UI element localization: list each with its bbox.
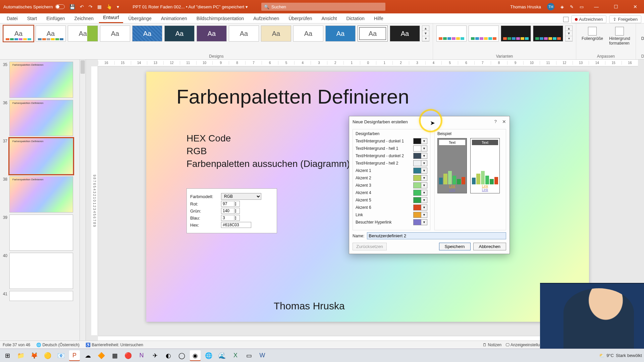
tab-entwurf[interactable]: Entwurf — [99, 13, 123, 23]
swatch-accent3[interactable]: ▼ — [413, 182, 427, 188]
redo-icon[interactable]: ↷ — [89, 4, 93, 9]
word-icon[interactable]: W — [257, 350, 268, 361]
telegram-icon[interactable]: ✈ — [150, 350, 160, 361]
reset-button[interactable]: Zurücksetzen — [353, 243, 387, 250]
app-icon-3[interactable]: 🔴 — [123, 350, 133, 361]
powerpoint-icon[interactable]: P — [69, 350, 80, 361]
tab-hilfe[interactable]: Hilfe — [370, 14, 387, 23]
design-theme-13[interactable]: Aa — [390, 25, 420, 42]
theme-name-input[interactable] — [367, 232, 506, 239]
app-icon-7[interactable]: ▭ — [244, 350, 254, 361]
app-icon-5[interactable]: ◯ — [176, 350, 187, 361]
window-layout-icon[interactable]: ▭ — [580, 4, 584, 9]
document-title[interactable]: PPT 01 Roter Faden 002... • Auf "diesem … — [132, 4, 248, 9]
slide-thumb-36[interactable]: Farbenpaletten Definieren — [9, 100, 73, 136]
pen-icon[interactable]: ✎ — [570, 4, 574, 9]
design-theme-10[interactable]: Aa — [293, 25, 323, 42]
swatch-visited-link[interactable]: ▼ — [413, 219, 427, 225]
save-button[interactable]: Speichern — [439, 243, 471, 250]
tab-uebergaenge[interactable]: Übergänge — [124, 14, 156, 23]
coming-soon-icon[interactable]: ◈ — [560, 4, 564, 9]
designs-gallery-more[interactable]: ▲▼▾ — [422, 25, 429, 42]
cancel-button[interactable]: Abbrechen — [473, 243, 506, 250]
swatch-text-light2[interactable]: ▼ — [413, 160, 427, 166]
rot-input[interactable] — [221, 201, 234, 206]
thumbnails-scrollbar[interactable] — [79, 60, 86, 352]
color-model-select[interactable]: RGB — [221, 193, 261, 200]
swatch-accent2[interactable]: ▼ — [413, 175, 427, 181]
language-indicator[interactable]: 🌐 Deutsch (Österreich) — [36, 343, 79, 347]
design-theme-1[interactable]: Aa — [3, 25, 34, 42]
tab-start[interactable]: Start — [23, 14, 41, 23]
undo-icon[interactable]: ↶ — [80, 4, 84, 9]
design-theme-6[interactable]: Aa — [164, 25, 195, 42]
variants-gallery-more[interactable]: ▲▼▾ — [565, 25, 573, 42]
design-theme-12[interactable]: Aa — [358, 25, 388, 42]
swatch-text-dark2[interactable]: ▼ — [413, 153, 427, 159]
format-background-button[interactable]: Hintergrund formatieren — [607, 25, 632, 47]
slide-thumb-39[interactable] — [9, 215, 73, 251]
outlook-icon[interactable]: 📧 — [56, 350, 66, 361]
variant-1[interactable] — [436, 25, 467, 42]
slide-size-button[interactable]: Foliengröße — [580, 25, 605, 42]
tab-einfuegen[interactable]: Einfügen — [42, 14, 69, 23]
slide-thumb-37[interactable]: Farbenpaletten Definieren — [9, 138, 73, 174]
swatch-accent6[interactable]: ▼ — [413, 204, 427, 210]
tab-bildschirmpraesentation[interactable]: Bildschirmpräsentation — [193, 14, 248, 23]
slide-body-text[interactable]: HEX Code RGB Farbenpaletten aussuchen (D… — [186, 132, 350, 170]
user-avatar[interactable]: TH — [547, 3, 554, 10]
tab-dictation[interactable]: Dictation — [342, 14, 368, 23]
slide-thumb-38[interactable]: Farbenpaletten Definieren — [9, 176, 73, 213]
design-theme-3[interactable]: Aa — [68, 25, 98, 42]
swatch-text-light1[interactable]: ▼ — [413, 145, 427, 152]
swatch-accent1[interactable]: ▼ — [413, 168, 427, 174]
swatch-link[interactable]: ▼ — [413, 212, 427, 218]
slide-title[interactable]: Farbenpaletten Definieren — [176, 85, 409, 108]
user-name[interactable]: Thomas Hruska — [510, 4, 541, 9]
tab-aufzeichnen[interactable]: Aufzeichnen — [249, 14, 283, 23]
blau-input[interactable] — [221, 215, 234, 221]
touch-icon[interactable]: 👆 — [106, 4, 112, 9]
variant-2[interactable] — [469, 25, 499, 42]
slide-thumb-41[interactable] — [9, 291, 73, 301]
tab-ansicht[interactable]: Ansicht — [317, 14, 341, 23]
comments-icon[interactable] — [563, 17, 569, 22]
search-box[interactable]: 🔍 Suchen — [261, 3, 385, 11]
vlc-icon[interactable]: 🔶 — [96, 350, 107, 361]
present-icon[interactable]: ▦ — [97, 4, 102, 9]
close-button[interactable]: ✕ — [629, 4, 642, 9]
obs-icon[interactable]: ◉ — [190, 350, 201, 361]
swatch-accent4[interactable]: ▼ — [413, 190, 427, 196]
autosave-toggle[interactable] — [55, 4, 65, 9]
expand-icon[interactable]: ▾ — [422, 36, 429, 41]
dialog-help-button[interactable]: ? — [494, 119, 497, 124]
variant-3[interactable] — [501, 25, 531, 42]
app-icon-4[interactable]: ◐ — [163, 350, 174, 361]
scroll-down-icon[interactable]: ▼ — [422, 31, 429, 36]
chrome-icon[interactable]: 🟡 — [42, 350, 53, 361]
tab-ueberpruefen[interactable]: Überprüfen — [284, 14, 316, 23]
slide-author[interactable]: Thomas Hruska — [274, 300, 345, 312]
notes-toggle[interactable]: 🗒 Notizen — [483, 343, 501, 347]
excel-icon[interactable]: X — [230, 350, 241, 361]
weather-widget[interactable]: ⛅ 9°C Stark bewölkt — [599, 353, 642, 358]
design-theme-5[interactable]: Aa — [132, 25, 162, 42]
tab-animationen[interactable]: Animationen — [157, 14, 191, 23]
accessibility-check[interactable]: ♿ Barrierefreiheit: Untersuchen — [86, 343, 143, 347]
onenote-icon[interactable]: N — [136, 350, 147, 361]
share-button[interactable]: ⇪Freigeben — [609, 15, 641, 23]
edge-icon[interactable]: 🌊 — [217, 350, 227, 361]
app-icon-1[interactable]: ☁ — [83, 350, 93, 361]
maximize-button[interactable]: ☐ — [609, 4, 623, 9]
slide-thumb-35[interactable]: Farbenpaletten Definieren — [9, 62, 73, 98]
designer-button[interactable]: Designer — [639, 25, 644, 42]
design-theme-2[interactable]: Aa — [36, 25, 66, 42]
dialog-close-button[interactable]: ✕ — [502, 119, 506, 124]
record-button[interactable]: Aufzeichnen — [571, 15, 607, 23]
explorer-icon[interactable]: 📁 — [15, 350, 26, 361]
minimize-button[interactable]: — — [590, 4, 603, 9]
firefox-icon[interactable]: 🦊 — [29, 350, 40, 361]
app-icon-2[interactable]: ▦ — [109, 350, 120, 361]
slide-counter[interactable]: Folie 37 von 46 — [3, 343, 30, 347]
swatch-text-dark1[interactable]: ▼ — [413, 138, 427, 144]
